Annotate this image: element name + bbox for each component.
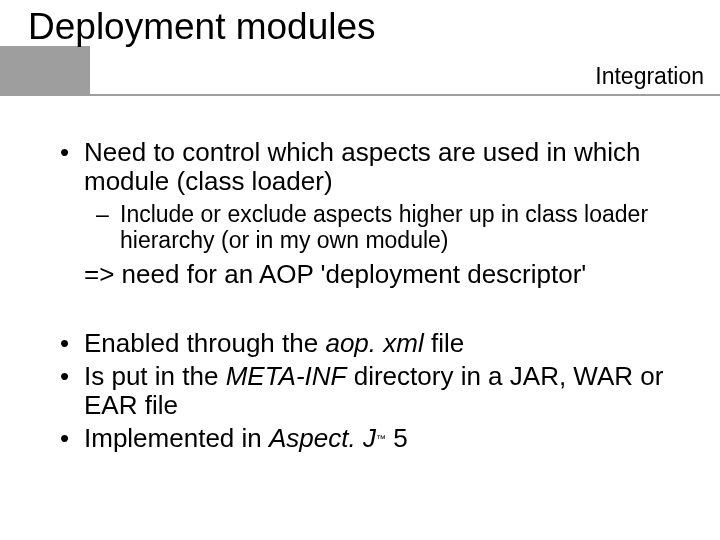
sub-bullet-text: Include or exclude aspects higher up in … [120, 201, 648, 253]
conclusion-line: => need for an AOP 'deployment descripto… [60, 260, 690, 289]
bullet-item: Need to control which aspects are used i… [60, 138, 690, 196]
directory-name: META-INF [226, 361, 347, 391]
bullet-text-part: Is put in the [84, 361, 226, 391]
bullet-item: Is put in the META-INF directory in a JA… [60, 362, 690, 420]
version-number: 5 [386, 423, 408, 453]
filename: aop. xml [325, 328, 423, 358]
conclusion-text: => need for an AOP 'deployment descripto… [84, 259, 586, 289]
product-name: Aspect. J [269, 423, 376, 453]
trademark-symbol: ™ [376, 433, 386, 444]
slide-body: Need to control which aspects are used i… [60, 138, 690, 457]
bullet-text-part: Enabled through the [84, 328, 325, 358]
bullet-text-part: Implemented in [84, 423, 269, 453]
sub-bullet-item: Include or exclude aspects higher up in … [60, 202, 690, 254]
bullet-item: Enabled through the aop. xml file [60, 329, 690, 358]
bullet-text: Need to control which aspects are used i… [84, 137, 640, 196]
bullet-text-part: file [424, 328, 464, 358]
bullet-item: Implemented in Aspect. J™ 5 [60, 424, 690, 453]
spacer [60, 307, 690, 329]
slide: Deployment modules Integration Need to c… [0, 0, 720, 540]
header-divider [0, 94, 720, 96]
header-accent-bar [0, 46, 90, 94]
slide-subtitle: Integration [595, 63, 704, 90]
slide-title: Deployment modules [28, 6, 376, 48]
